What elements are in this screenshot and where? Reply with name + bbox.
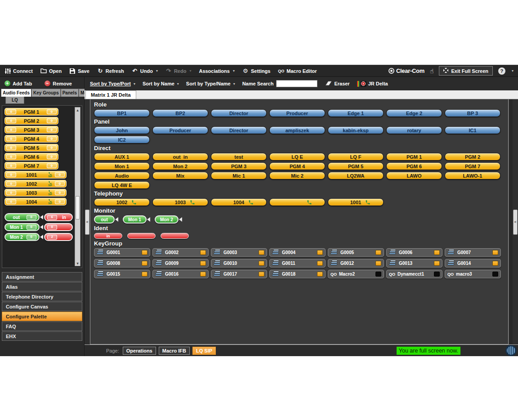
key-color-swatch[interactable]: [200, 250, 206, 255]
direct-key[interactable]: LQ E: [269, 153, 325, 161]
keygroup-key[interactable]: QO macro3: [445, 270, 501, 278]
name-search-input[interactable]: [276, 80, 317, 87]
key-color-swatch[interactable]: [492, 250, 498, 255]
monitor-in-key[interactable]: 6 in: [44, 213, 73, 221]
sort-by-type-name-button[interactable]: Sort by Type/Name ▾: [186, 81, 235, 86]
monitor-key[interactable]: out: [94, 215, 115, 223]
help-button[interactable]: ?: [498, 67, 505, 75]
key-color-swatch[interactable]: [259, 250, 264, 255]
sidebar-menu-item[interactable]: FAQ: [2, 322, 82, 331]
panel-key[interactable]: IC1: [445, 126, 500, 134]
role-key[interactable]: Edge 1: [328, 109, 384, 117]
sidebar-menu-item[interactable]: Assignment: [2, 272, 82, 281]
page-tab-button[interactable]: Operations: [123, 347, 156, 355]
page-tab-button[interactable]: LQ SIP: [192, 347, 216, 355]
key-color-swatch[interactable]: [434, 272, 440, 277]
keygroup-key[interactable]: QO G0006: [386, 248, 442, 257]
telephony-key[interactable]: 1001: [328, 198, 384, 206]
role-key[interactable]: Director: [211, 109, 267, 117]
role-key[interactable]: BP 3: [445, 109, 500, 117]
keygroup-key[interactable]: QO G0012: [328, 259, 384, 268]
key-color-swatch[interactable]: [259, 272, 264, 277]
audio-feed-key[interactable]: 0 PGM 3 SIP 0: [4, 126, 58, 134]
monitor-out-key[interactable]: Mon 1 0: [4, 223, 40, 231]
audio-feed-key[interactable]: 0 1003 SIP 0: [4, 189, 67, 197]
direct-key[interactable]: PGM 3: [211, 162, 267, 170]
monitor-out-key[interactable]: out 0: [4, 213, 40, 221]
remove-tab-button[interactable]: − Remove: [45, 80, 72, 86]
hand-pointer-icon[interactable]: ☝: [430, 67, 434, 75]
direct-key[interactable]: PGM 4: [269, 162, 325, 170]
direct-key[interactable]: PGM 5: [328, 162, 384, 170]
key-color-swatch[interactable]: [142, 272, 147, 277]
chevron-down-icon[interactable]: ▾: [233, 69, 235, 73]
role-key[interactable]: BP2: [152, 109, 208, 117]
role-key[interactable]: BP1: [94, 109, 150, 117]
audio-feed-key[interactable]: 0 PGM 4 SIP 0: [4, 135, 58, 143]
direct-key[interactable]: LQ F: [328, 153, 384, 161]
audio-feed-key[interactable]: 0 PGM 7 SIP 0: [4, 162, 58, 170]
associations-button[interactable]: Associations ▾: [199, 68, 234, 74]
direct-key[interactable]: Mix: [152, 172, 208, 179]
sidebar-tab[interactable]: Audio Feeds: [1, 89, 31, 97]
keygroup-key[interactable]: QO G0009: [152, 259, 209, 268]
scroll-down-icon[interactable]: ▼: [76, 261, 79, 266]
key-color-swatch[interactable]: [492, 261, 498, 266]
audio-feed-key[interactable]: 0 PGM 5 SIP 0: [4, 144, 58, 152]
page-tab-button[interactable]: Macro IFB: [159, 347, 190, 355]
chevron-down-icon[interactable]: ▾: [512, 69, 514, 73]
monitor-key[interactable]: Mon 1: [123, 215, 147, 223]
eraser-button[interactable]: Eraser: [325, 81, 349, 87]
key-color-swatch[interactable]: [142, 261, 147, 266]
open-button[interactable]: Open: [40, 68, 62, 74]
macro-editor-button[interactable]: QO Macro Editor: [278, 68, 317, 74]
key-color-swatch[interactable]: [142, 250, 147, 255]
keygroup-key[interactable]: QO G0003: [211, 248, 267, 257]
direct-key[interactable]: LAWO-1: [445, 172, 500, 179]
sidebar-menu-item[interactable]: Configure Canvas: [2, 302, 82, 311]
chevron-down-icon[interactable]: ▾: [156, 69, 158, 73]
exit-full-screen-button[interactable]: Exit Full Screen: [439, 66, 493, 76]
direct-key[interactable]: Mon 1: [94, 162, 150, 170]
scrollbar-thumb[interactable]: [76, 196, 80, 219]
keygroup-key[interactable]: QO G0013: [386, 259, 442, 268]
panel-key[interactable]: kabin-eksp: [328, 126, 384, 134]
direct-key[interactable]: LQ2WA: [328, 172, 384, 179]
audio-feed-key[interactable]: 0 PGM 6 SIP 0: [4, 153, 58, 161]
audio-feed-key[interactable]: 0 1001 SIP 0: [4, 171, 67, 179]
audio-feed-key[interactable]: 0 PGM 2 SIP 0: [4, 117, 58, 125]
ident-key[interactable]: [161, 233, 189, 239]
add-tab-button[interactable]: + Add Tab: [4, 80, 32, 86]
sidebar-menu-item[interactable]: Configure Palette: [2, 312, 82, 321]
redo-button[interactable]: ↷ Redo ▾: [165, 68, 192, 74]
connect-button[interactable]: Connect: [4, 68, 33, 74]
matrix-status[interactable]: 0 JR Delta: [357, 81, 388, 87]
telephony-key[interactable]: 1004: [211, 198, 267, 206]
keygroup-key[interactable]: QO Dynamecct1: [386, 270, 442, 278]
telephony-key[interactable]: [269, 198, 325, 206]
undo-button[interactable]: ↶ Undo ▾: [132, 68, 158, 74]
key-color-swatch[interactable]: [375, 272, 381, 277]
sidebar-tab[interactable]: Panels: [61, 89, 79, 97]
sidebar-menu-item[interactable]: EHX: [2, 331, 82, 341]
key-color-swatch[interactable]: [317, 272, 323, 277]
monitor-out-key[interactable]: Mon 2 0: [4, 233, 40, 241]
ident-key[interactable]: in: [94, 233, 122, 239]
keygroup-key[interactable]: QO G0011: [269, 259, 326, 268]
collapse-right-handle[interactable]: <: [513, 210, 518, 235]
keygroup-key[interactable]: QO G0008: [94, 259, 150, 268]
direct-key[interactable]: LQ 4W E: [94, 181, 150, 189]
direct-key[interactable]: Audio: [94, 172, 150, 179]
panel-key[interactable]: IC2: [94, 136, 150, 143]
direct-key[interactable]: Mon 2: [152, 162, 208, 170]
audio-feed-key[interactable]: 0 1004 SIP 0: [4, 198, 67, 206]
direct-key[interactable]: Mic 1: [211, 172, 267, 179]
keygroup-key[interactable]: QO G0017: [211, 270, 267, 278]
audio-feed-key[interactable]: 0 1002 SIP 0: [4, 180, 67, 188]
key-color-swatch[interactable]: [200, 261, 206, 266]
panel-key[interactable]: John: [94, 126, 150, 134]
sort-by-type-port-button[interactable]: Sort by Type/Port ▾: [90, 81, 135, 86]
panel-key[interactable]: ampliszek: [269, 126, 325, 134]
keygroup-key[interactable]: QO G0010: [211, 259, 267, 268]
direct-key[interactable]: AUX 1: [94, 153, 150, 161]
